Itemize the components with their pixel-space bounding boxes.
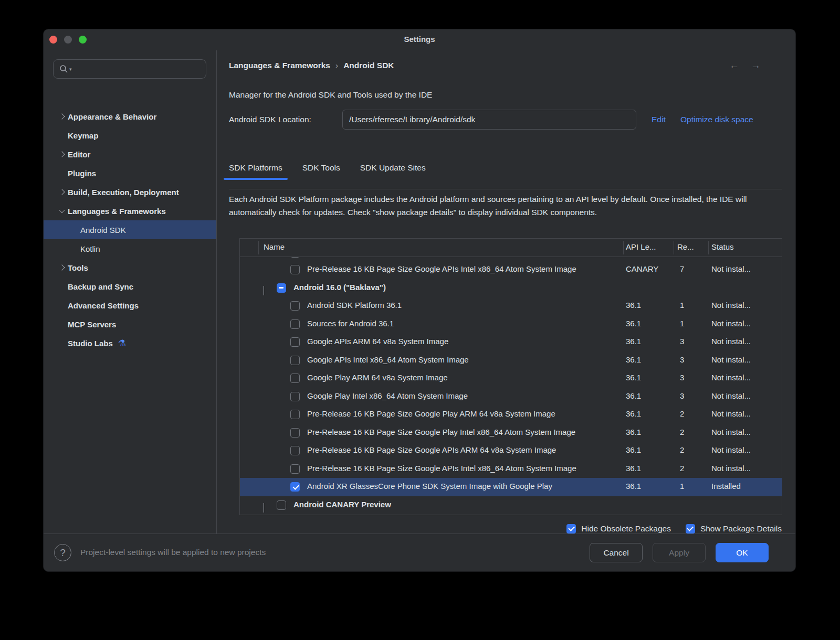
row-checkbox[interactable] (290, 464, 300, 474)
screen: Settings ▾ Appearance & Behavior Keymap … (0, 0, 840, 640)
row-revision: 2 (680, 409, 684, 418)
row-checkbox[interactable] (290, 257, 300, 258)
row-status: Not instal... (711, 301, 751, 310)
option-show-package-details[interactable]: Show Package Details (686, 524, 782, 534)
sidebar-item-studio-labs[interactable]: Studio Labs ⚗ (44, 334, 216, 353)
table-row[interactable]: Android XR GlassesCore Phone SDK System … (240, 478, 782, 496)
sidebar-item-keymap[interactable]: Keymap (44, 126, 216, 145)
row-api-level: 36.1 (626, 428, 641, 436)
sidebar-item-kotlin[interactable]: Kotlin (44, 239, 216, 258)
cancel-button[interactable]: Cancel (590, 543, 643, 562)
forward-arrow-icon[interactable]: → (751, 60, 772, 71)
row-api-level: 36.1 (626, 391, 641, 400)
breadcrumb-separator: › (330, 61, 343, 70)
row-revision: 3 (680, 337, 684, 346)
optimize-disk-space-link[interactable]: Optimize disk space (680, 115, 753, 124)
bottom-bar: ? Project-level settings will be applied… (44, 534, 795, 571)
table-row[interactable]: Google APIs Intel x86_64 Atom System Ima… (240, 351, 782, 370)
row-checkbox[interactable] (290, 392, 300, 401)
row-status: Not instal... (711, 428, 751, 436)
tab-sdk-tools[interactable]: SDK Tools (302, 163, 340, 180)
tab-sdk-platforms[interactable]: SDK Platforms (229, 163, 282, 180)
row-status: Not instal... (711, 373, 751, 382)
row-checkbox[interactable] (290, 428, 300, 438)
table-row[interactable]: Sources for Android 36.1 36.1 1 Not inst… (240, 315, 782, 334)
row-status: Installed (711, 482, 741, 490)
sidebar-item-tools[interactable]: Tools (44, 258, 216, 277)
row-name: Sources for Android 36.1 (307, 319, 623, 328)
edit-link[interactable]: Edit (652, 115, 666, 124)
sidebar-item-label: Plugins (68, 169, 96, 178)
help-icon[interactable]: ? (54, 544, 71, 561)
row-checkbox[interactable] (277, 500, 286, 510)
table-row[interactable]: Android CANARY Preview (240, 496, 782, 515)
chevron-down-icon[interactable] (264, 286, 264, 295)
ok-button[interactable]: OK (716, 543, 769, 562)
tab-underline (224, 178, 288, 180)
apply-button[interactable]: Apply (653, 543, 706, 562)
content-panel: Languages & Frameworks›Android SDK ←→ Ma… (217, 50, 795, 534)
sidebar-item-advanced-settings[interactable]: Advanced Settings (44, 296, 216, 315)
sdk-location-field[interactable] (342, 110, 636, 130)
table-row[interactable]: Pre-Release 16 KB Page Size Google Play … (240, 424, 782, 442)
checkbox-icon (686, 524, 695, 534)
table-row[interactable]: Pre-Release 16 KB Page Size Google APIs … (240, 442, 782, 460)
window-title: Settings (44, 35, 795, 44)
table-row[interactable]: Android 16.0 ("Baklava") (240, 279, 782, 297)
sidebar-item-mcp-servers[interactable]: MCP Servers (44, 315, 216, 334)
row-api-level: 36.1 (626, 409, 641, 418)
row-api-level: 36.1 (626, 445, 641, 454)
search-options-caret-icon[interactable]: ▾ (69, 67, 72, 72)
sidebar-item-label: Advanced Settings (68, 301, 139, 310)
chevron-icon (59, 207, 65, 213)
table-row[interactable]: Pre-Release 16 KB Page Size Google APIs … (240, 261, 782, 279)
row-name: Pre-Release 16 KB Page Size Google Play … (307, 409, 623, 418)
row-revision: 1 (680, 319, 684, 328)
sidebar-item-plugins[interactable]: Plugins (44, 164, 216, 183)
table-row[interactable] (240, 514, 782, 515)
search-icon (59, 65, 68, 73)
breadcrumb-section[interactable]: Languages & Frameworks (229, 61, 330, 70)
row-name: Google APIs ARM 64 v8a System Image (307, 337, 623, 346)
table-row[interactable]: Google Play Intel x86_64 Atom System Ima… (240, 388, 782, 406)
sidebar-item-android-sdk[interactable]: Android SDK (44, 220, 216, 239)
row-checkbox[interactable] (290, 446, 300, 455)
chevron-down-icon[interactable] (264, 503, 264, 513)
table-row[interactable]: Google Play ARM 64 v8a System Image 36.1… (240, 369, 782, 388)
column-header-status: Status (711, 242, 734, 251)
row-revision: 1 (680, 482, 684, 490)
breadcrumb: Languages & Frameworks›Android SDK (229, 61, 394, 70)
row-checkbox[interactable] (290, 265, 300, 274)
table-row[interactable]: Pre-Release 16 KB Page Size Google Play … (240, 406, 782, 424)
row-revision: 2 (680, 428, 684, 436)
row-checkbox[interactable] (277, 283, 286, 293)
sidebar-item-languages-frameworks[interactable]: Languages & Frameworks (44, 201, 216, 220)
sidebar-item-label: Build, Execution, Deployment (68, 188, 179, 197)
table-row[interactable]: Pre-Release 16 KB Page Size Google APIs … (240, 257, 782, 261)
row-checkbox[interactable] (290, 319, 300, 329)
sidebar-item-label: Tools (68, 263, 88, 272)
row-checkbox[interactable] (290, 374, 300, 383)
tab-sdk-update-sites[interactable]: SDK Update Sites (360, 163, 426, 180)
row-checkbox[interactable] (290, 301, 300, 311)
sidebar-item-editor[interactable]: Editor (44, 145, 216, 164)
option-hide-obsolete-packages[interactable]: Hide Obsolete Packages (566, 524, 671, 534)
row-revision: 7 (680, 264, 684, 273)
sidebar-item-backup-and-sync[interactable]: Backup and Sync (44, 277, 216, 296)
row-checkbox[interactable] (290, 482, 300, 492)
table-row[interactable]: Google APIs ARM 64 v8a System Image 36.1… (240, 333, 782, 351)
table-row[interactable]: Android SDK Platform 36.1 36.1 1 Not ins… (240, 297, 782, 315)
row-name: Google APIs Intel x86_64 Atom System Ima… (307, 355, 623, 364)
row-status: Not instal... (711, 391, 751, 400)
table-row[interactable]: Pre-Release 16 KB Page Size Google APIs … (240, 460, 782, 478)
page-description: Manager for the Android SDK and Tools us… (229, 90, 432, 100)
back-arrow-icon[interactable]: ← (729, 60, 751, 71)
row-checkbox[interactable] (290, 337, 300, 347)
row-checkbox[interactable] (290, 356, 300, 365)
row-checkbox[interactable] (290, 410, 300, 419)
sidebar-item-build-execution-deployment[interactable]: Build, Execution, Deployment (44, 183, 216, 201)
titlebar: Settings (44, 29, 795, 50)
search-input[interactable]: ▾ (53, 59, 206, 79)
sidebar-item-appearance-behavior[interactable]: Appearance & Behavior (44, 107, 216, 126)
history-nav: ←→ (729, 60, 772, 71)
